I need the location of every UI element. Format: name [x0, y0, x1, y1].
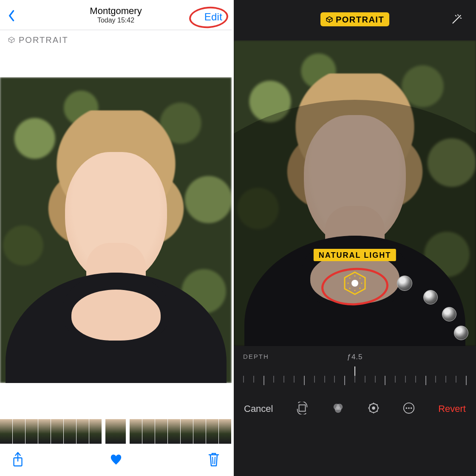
crop-button[interactable]	[296, 402, 309, 416]
svg-line-12	[455, 15, 456, 17]
thumbnail[interactable]	[130, 419, 142, 444]
editor-photo-preview[interactable]: NATURAL LIGHT	[234, 40, 476, 346]
thumbnail[interactable]	[38, 419, 51, 444]
svg-point-21	[349, 288, 351, 289]
svg-point-35	[368, 408, 369, 409]
thumbnail[interactable]	[206, 419, 219, 444]
thumbnail[interactable]	[0, 419, 13, 444]
svg-line-9	[458, 14, 459, 16]
cancel-button[interactable]: Cancel	[244, 403, 273, 414]
svg-point-18	[361, 283, 363, 284]
depth-control: DEPTH ƒ4.5	[234, 346, 476, 391]
portrait-badge-row: PORTRAIT	[0, 30, 232, 50]
svg-point-26	[335, 406, 341, 413]
delete-button[interactable]	[207, 451, 221, 469]
filters-button[interactable]	[332, 402, 344, 416]
photo-editor-pane: PORTRAIT NATURAL LIGHT	[234, 0, 476, 476]
svg-line-10	[460, 15, 461, 17]
svg-point-22	[348, 283, 349, 284]
svg-point-29	[373, 403, 374, 404]
thumbnail[interactable]	[89, 419, 102, 444]
cube-icon	[326, 16, 333, 23]
cube-icon	[8, 36, 15, 44]
svg-rect-23	[299, 405, 306, 411]
edit-button[interactable]: Edit	[204, 11, 222, 23]
svg-point-31	[378, 408, 379, 409]
auto-enhance-button[interactable]	[450, 13, 463, 28]
header-title-block: Montgomery Today 15:42	[90, 6, 142, 24]
svg-point-16	[354, 276, 356, 277]
lighting-effect-label: NATURAL LIGHT	[314, 249, 396, 261]
lighting-dial-arc	[234, 100, 476, 346]
thumbnail[interactable]	[155, 419, 168, 444]
svg-point-40	[411, 407, 412, 409]
svg-line-4	[212, 457, 213, 464]
editor-toolbar: Cancel Revert	[234, 391, 476, 427]
filters-icon	[332, 402, 344, 414]
magic-wand-icon	[450, 13, 463, 26]
thumbnail[interactable]	[51, 419, 64, 444]
thumbnail[interactable]	[76, 419, 89, 444]
svg-point-30	[377, 404, 378, 406]
depth-label: DEPTH	[243, 353, 269, 360]
thumbnail-selected[interactable]	[105, 419, 127, 444]
adjust-button[interactable]	[367, 402, 380, 416]
portrait-label: PORTRAIT	[19, 35, 68, 45]
thumbnail[interactable]	[181, 419, 193, 444]
adjust-dial-icon	[367, 402, 380, 414]
svg-point-38	[406, 407, 408, 409]
thumbnail[interactable]	[168, 419, 181, 444]
svg-point-32	[377, 411, 378, 412]
favorite-button[interactable]	[109, 451, 123, 469]
svg-point-33	[373, 412, 374, 414]
revert-button[interactable]: Revert	[438, 403, 466, 414]
more-icon	[402, 402, 415, 414]
lighting-option[interactable]	[454, 326, 468, 340]
portrait-badge-label: PORTRAIT	[336, 15, 384, 25]
f-stop-value: ƒ4.5	[347, 353, 363, 361]
heart-icon	[109, 451, 123, 468]
album-title: Montgomery	[90, 6, 142, 17]
svg-line-11	[460, 18, 462, 18]
svg-point-34	[369, 411, 371, 412]
svg-point-28	[372, 406, 375, 410]
lighting-cube-icon	[341, 270, 368, 297]
photo-timestamp: Today 15:42	[90, 17, 142, 24]
svg-point-19	[360, 288, 361, 289]
more-button[interactable]	[402, 402, 415, 416]
thumbnail[interactable]	[142, 419, 155, 444]
photo-preview[interactable]	[0, 77, 232, 383]
thumbnail[interactable]	[219, 419, 232, 444]
lighting-option[interactable]	[397, 276, 412, 291]
share-button[interactable]	[11, 451, 25, 469]
chevron-left-icon	[8, 9, 16, 22]
crop-rotate-icon	[296, 402, 309, 414]
portrait-mode-badge[interactable]: PORTRAIT	[320, 12, 389, 26]
lighting-option[interactable]	[423, 290, 438, 304]
svg-line-8	[453, 16, 460, 23]
photos-viewer-pane: Montgomery Today 15:42 Edit PORTRAIT	[0, 0, 232, 476]
share-icon	[11, 451, 25, 468]
svg-point-39	[408, 407, 410, 409]
lighting-option[interactable]	[442, 307, 456, 321]
depth-slider[interactable]	[243, 366, 467, 384]
thumbnail[interactable]	[64, 419, 76, 444]
lighting-effect-selector[interactable]	[341, 270, 368, 299]
svg-point-20	[354, 290, 356, 291]
editor-header: PORTRAIT	[234, 0, 476, 38]
back-button[interactable]	[8, 9, 16, 24]
svg-line-5	[215, 457, 215, 464]
photo-placeholder	[0, 77, 232, 383]
trash-icon	[207, 451, 221, 468]
thumbnail[interactable]	[193, 419, 206, 444]
thumbnail[interactable]	[26, 419, 38, 444]
viewer-header: Montgomery Today 15:42 Edit	[0, 0, 232, 30]
svg-point-36	[369, 404, 371, 406]
svg-point-17	[360, 278, 361, 279]
viewer-toolbar	[0, 445, 232, 476]
thumbnail[interactable]	[13, 419, 26, 444]
svg-point-14	[351, 280, 358, 287]
thumbnail-strip[interactable]	[0, 418, 232, 445]
svg-point-15	[349, 278, 351, 279]
